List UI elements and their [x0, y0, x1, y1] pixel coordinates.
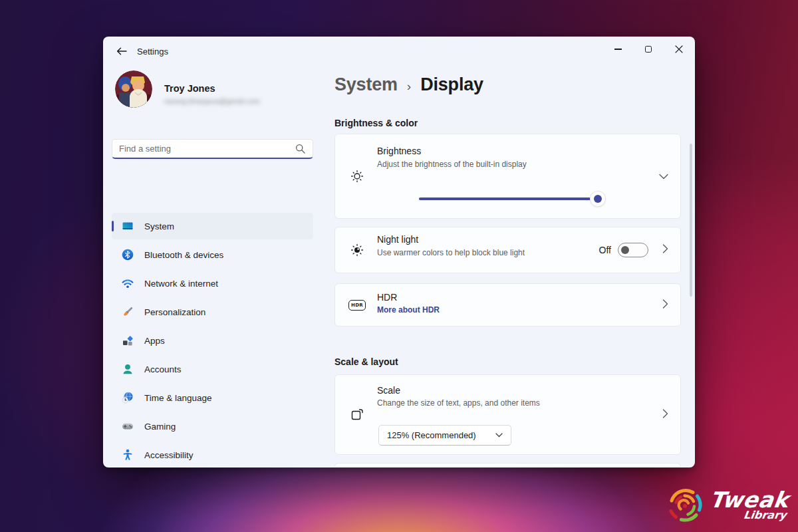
back-button[interactable]: [112, 42, 132, 61]
close-button[interactable]: [664, 37, 694, 61]
hdr-badge-icon: HDR: [348, 300, 366, 311]
scale-dropdown[interactable]: 125% (Recommended): [378, 425, 511, 446]
tweak-library-watermark: Tweak Library: [666, 487, 787, 524]
logo-brand-text: Tweak: [708, 490, 790, 510]
search-box[interactable]: [112, 139, 313, 159]
sidebar-item-gaming[interactable]: Gaming: [112, 413, 313, 440]
night-light-toggle[interactable]: [618, 243, 648, 257]
hdr-card[interactable]: HDR HDR More about HDR: [334, 283, 681, 327]
next-card-partial: [334, 463, 681, 467]
chevron-right-icon: [662, 244, 668, 253]
breadcrumb: System › Display: [334, 74, 483, 95]
sidebar-item-label: Accessibility: [144, 450, 194, 460]
maximize-button[interactable]: [633, 37, 664, 61]
sidebar-item-label: Apps: [144, 336, 165, 346]
hdr-title: HDR: [377, 292, 397, 303]
chevron-down-icon: [659, 174, 668, 180]
search-icon: [295, 143, 306, 154]
navigate-button[interactable]: [662, 299, 668, 311]
scale-subtitle: Change the size of text, apps, and other…: [377, 398, 540, 409]
section-heading-scale-layout: Scale & layout: [334, 356, 398, 367]
close-icon: [675, 45, 683, 53]
apps-grid-icon: [121, 334, 134, 347]
toggle-state-label: Off: [599, 245, 611, 255]
sidebar-item-label: System: [144, 221, 174, 231]
sidebar-item-personalization[interactable]: Personalization: [112, 299, 313, 325]
sidebar-item-accessibility[interactable]: Accessibility: [112, 442, 313, 467]
wifi-icon: [121, 277, 134, 290]
scale-dropdown-value: 125% (Recommended): [387, 430, 476, 440]
scale-card[interactable]: Scale Change the size of text, apps, and…: [334, 374, 681, 455]
section-heading-brightness-color: Brightness & color: [334, 118, 418, 128]
scrollbar-thumb[interactable]: [690, 144, 692, 297]
gamepad-icon: [121, 420, 134, 433]
sidebar-nav: System Bluetooth & devices Network & int…: [112, 213, 313, 467]
minimize-icon: [614, 49, 622, 49]
brightness-sun-icon: [350, 169, 364, 184]
night-light-icon: [350, 243, 364, 257]
tweak-library-logo-icon: [666, 487, 704, 524]
sidebar-item-label: Gaming: [144, 422, 176, 432]
night-light-card[interactable]: Night light Use warmer colors to help bl…: [334, 227, 681, 273]
chevron-down-icon: [495, 433, 503, 438]
brightness-subtitle: Adjust the brightness of the built-in di…: [377, 159, 527, 170]
slider-fill: [419, 198, 605, 200]
minimize-button[interactable]: [602, 37, 633, 61]
back-arrow-icon: [116, 47, 127, 56]
paintbrush-icon: [121, 305, 134, 319]
page-title: Display: [420, 74, 483, 95]
toggle-knob: [621, 246, 629, 254]
brightness-slider[interactable]: [419, 192, 605, 206]
sidebar-item-system[interactable]: System: [112, 213, 313, 239]
sidebar-item-label: Network & internet: [144, 279, 218, 289]
sidebar-item-label: Accounts: [144, 364, 182, 374]
globe-clock-icon: [121, 391, 134, 404]
sidebar-item-time-language[interactable]: Time & language: [112, 384, 313, 411]
navigate-button[interactable]: [662, 244, 668, 256]
profile-name: Troy Jones: [164, 83, 215, 94]
sidebar-item-bluetooth-devices[interactable]: Bluetooth & devices: [112, 241, 313, 268]
bluetooth-icon: [121, 248, 134, 261]
window-title: Settings: [137, 47, 168, 57]
navigate-button[interactable]: [662, 409, 668, 421]
system-monitor-icon: [121, 219, 134, 233]
scale-title: Scale: [377, 385, 400, 396]
sidebar-item-apps[interactable]: Apps: [112, 327, 313, 354]
profile-email-blurred: sarang.bhargava@gmail.com: [164, 97, 260, 105]
accessibility-person-icon: [121, 448, 134, 462]
breadcrumb-parent[interactable]: System: [334, 74, 398, 95]
titlebar: Settings: [104, 37, 694, 65]
maximize-icon: [645, 46, 652, 53]
slider-handle[interactable]: [591, 192, 605, 206]
person-icon: [121, 362, 134, 376]
more-about-hdr-link[interactable]: More about HDR: [377, 305, 440, 315]
night-light-title: Night light: [377, 234, 418, 245]
search-input[interactable]: [119, 144, 295, 154]
scale-icon: [350, 408, 364, 422]
brightness-card[interactable]: Brightness Adjust the brightness of the …: [334, 134, 681, 219]
sidebar-item-label: Time & language: [144, 393, 212, 403]
avatar[interactable]: [115, 70, 152, 108]
sidebar-item-network-internet[interactable]: Network & internet: [112, 270, 313, 297]
night-light-subtitle: Use warmer colors to help block blue lig…: [377, 247, 525, 259]
settings-window: Settings: [103, 37, 695, 467]
chevron-right-icon: [662, 409, 668, 418]
breadcrumb-separator-icon: ›: [407, 79, 411, 94]
sidebar-item-label: Bluetooth & devices: [144, 250, 223, 260]
chevron-right-icon: [662, 299, 668, 309]
sidebar-item-label: Personalization: [144, 307, 205, 317]
expand-button[interactable]: [659, 170, 668, 182]
brightness-title: Brightness: [377, 146, 421, 156]
sidebar-item-accounts[interactable]: Accounts: [112, 356, 313, 382]
